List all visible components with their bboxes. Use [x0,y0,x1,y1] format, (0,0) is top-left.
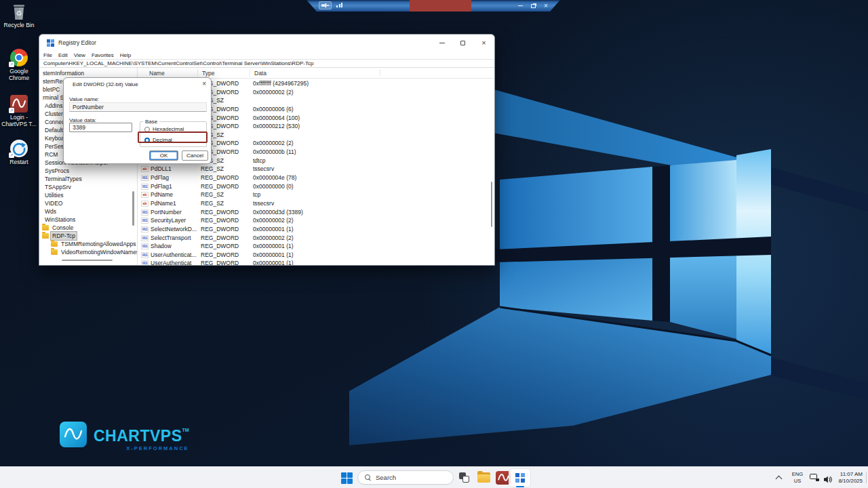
desktop-icon-recycle-bin[interactable]: ♻ Recycle Bin [0,3,38,29]
value-type: REG_DWORD [201,251,239,260]
close-icon: × [202,80,206,87]
registry-value-row[interactable]: 011 SelectTransport REG_DWORD 0x00000002… [138,234,494,243]
column-header-type[interactable]: Type [202,70,214,77]
language-indicator[interactable]: ENG US [789,471,806,485]
value-data: 0x0000004e (78) [253,174,296,182]
value-type: REG_DWORD [201,242,239,251]
values-vertical-scrollbar[interactable] [491,182,493,227]
value-data-input[interactable]: 3389 [69,123,132,132]
rdp-connection-bar[interactable]: × [307,0,560,12]
taskbar-clock[interactable]: 11:07 AM 8/10/2025 [838,471,863,485]
shortcut-arrow-icon: ↗ [9,62,14,67]
dialog-close-button[interactable]: × [202,80,206,87]
tree-item[interactable]: Wds [39,207,137,216]
desktop-icon-google-chrome[interactable]: ↗ Google Chrome [0,49,38,81]
menu-item[interactable]: File [43,52,52,58]
trademark-symbol: TM [182,428,189,432]
address-bar[interactable]: Computer\HKEY_LOCAL_MACHINE\SYSTEM\Curre… [39,59,494,68]
menu-item[interactable]: Favorites [92,52,114,58]
clock-time: 11:07 AM [838,471,863,478]
tree-item-label: VideoRemotingWindowNames [60,248,138,256]
show-desktop-button[interactable] [866,472,867,483]
cancel-button[interactable]: Cancel [182,150,208,161]
desktop-icon-label: Google Chrome [0,68,38,81]
value-type: REG_DWORD [201,216,239,225]
close-button[interactable]: × [473,35,494,51]
registry-value-row[interactable]: 011 PortNumber REG_DWORD 0x00000d3d (338… [138,208,494,217]
registry-value-row[interactable]: 011 UserAuthenticat REG_DWORD 0x00000001… [138,259,494,265]
registry-value-row[interactable]: 011 Shadow REG_DWORD 0x00000001 (1) [138,242,494,251]
rdp-minimize-button[interactable] [515,1,525,10]
menu-item[interactable]: View [74,52,85,58]
restore-icon [531,4,536,8]
column-header-data[interactable]: Data [254,70,267,77]
volume-icon[interactable] [824,474,833,481]
registry-value-row[interactable]: ab PdName1 REG_SZ tssecsrv [138,199,494,208]
tree-item[interactable]: TSAppSrv [39,183,137,191]
tree-horizontal-scrollbar[interactable] [62,260,113,262]
connection-signal-icon [336,2,344,9]
folder-icon [42,233,49,239]
svg-text:♻: ♻ [16,9,22,17]
tree-item[interactable]: TerminalTypes [39,175,137,183]
task-view-button[interactable] [456,470,473,486]
tree-item[interactable]: SysProcs [39,167,137,175]
tree-item[interactable]: Utilities [39,191,137,199]
rdp-pin-button[interactable] [319,1,332,9]
rdp-restore-button[interactable] [528,1,538,10]
tree-item[interactable]: VIDEO [39,199,137,207]
registry-value-row[interactable]: 011 PdFlag1 REG_DWORD 0x00000000 (0) [138,182,494,191]
file-explorer-button[interactable] [475,470,493,486]
desktop-icon-label: Restart [0,159,38,166]
registry-value-row[interactable]: ab PdDLL1 REG_SZ tssecsrv [138,165,494,174]
minimize-button[interactable] [431,35,452,51]
chartvps-watermark: CHARTVPSTM X-PERFORMANCE [60,422,189,451]
tree-item[interactable]: Console [39,224,137,232]
ok-button[interactable]: OK [149,150,178,161]
folder-icon [51,241,58,247]
chrome-icon: ↗ [10,49,28,66]
rdp-close-button[interactable]: × [541,1,551,10]
value-name-field[interactable]: PortNumber [69,102,207,112]
tree-item[interactable]: RDP-Tcp [39,232,137,240]
start-button[interactable] [338,470,355,486]
registry-value-row[interactable]: 011 UserAuthenticat... REG_DWORD 0x00000… [138,251,494,260]
menu-item[interactable]: Edit [58,52,68,58]
tree-item-label: TSAppSrv [43,183,73,191]
tree-item[interactable]: WinStations [39,216,137,224]
desktop-icon-restart[interactable]: ↗ Restart [0,140,38,166]
column-header-name[interactable]: Name [149,70,165,77]
maximize-button[interactable] [452,35,473,51]
value-name: PdFlag [151,174,199,182]
registry-editor-taskbar-button[interactable] [509,468,531,487]
tree-item[interactable]: TSMMRemotingAllowedApps [39,240,137,248]
desktop-icon-label: Recycle Bin [0,22,38,29]
tree-item-label: Utilities [43,191,64,199]
taskbar-search-box[interactable]: Search [357,470,454,485]
menu-bar: FileEditViewFavoritesHelp [39,51,494,59]
hidden-icons-chevron[interactable] [776,475,781,480]
tree-item[interactable]: stemInformation [39,69,137,77]
menu-item[interactable]: Help [120,52,131,58]
network-icon[interactable] [810,474,819,481]
value-data: tcp [253,190,260,199]
value-type-icon: 011 [141,184,149,190]
registry-path: Computer\HKEY_LOCAL_MACHINE\SYSTEM\Curre… [43,60,313,66]
folder-icon [51,249,58,255]
registry-value-row[interactable]: ab PdName REG_SZ tcp [138,190,494,199]
value-data: tssecsrv [253,165,274,174]
value-data: 0xffffffff (4294967295) [253,79,309,88]
desktop-icon-login-chartvps[interactable]: ↗ Login - ChartVPS T... [0,95,38,127]
tree-item[interactable]: VideoRemotingWindowNames [39,248,137,256]
tree-item-label: stemInformation [41,69,85,77]
tree-vertical-scrollbar[interactable] [132,191,134,226]
chartvps-login-icon: ↗ [10,95,28,113]
value-name: UserAuthenticat... [151,251,199,260]
registry-value-row[interactable]: 011 SelectNetworkD... REG_DWORD 0x000000… [138,225,494,234]
value-data: 0x00000001 (1) [253,259,294,265]
registry-value-row[interactable]: 011 PdFlag REG_DWORD 0x0000004e (78) [138,174,494,182]
value-name: PortNumber [151,208,199,217]
regedit-titlebar[interactable]: Registry Editor × [39,35,494,51]
dialog-title: Edit DWORD (32-bit) Value [73,81,138,87]
registry-value-row[interactable]: 011 SecurityLayer REG_DWORD 0x00000002 (… [138,216,494,225]
